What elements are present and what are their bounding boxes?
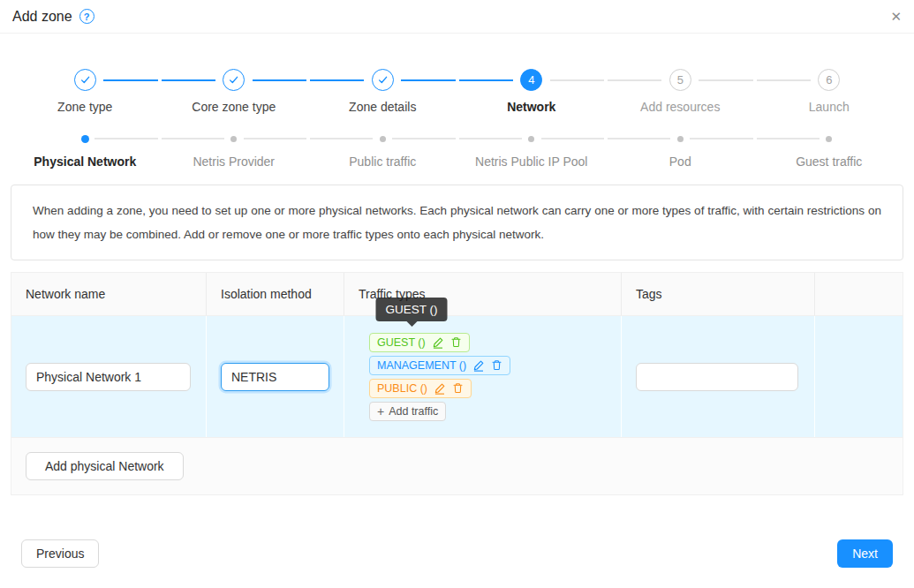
traffic-tag-label: MANAGEMENT (): [377, 359, 466, 372]
check-icon: [228, 74, 239, 86]
stepper-connector: [310, 79, 364, 81]
tooltip-text: GUEST (): [385, 303, 437, 316]
substep-label: Public traffic: [308, 155, 457, 169]
check-icon: [79, 74, 91, 86]
stepper-connector: [550, 79, 604, 81]
guest-tooltip: GUEST (): [375, 298, 447, 321]
step-network[interactable]: 4 Network: [457, 69, 607, 114]
substep-public-traffic: Public traffic: [308, 134, 457, 169]
traffic-tag-management: MANAGEMENT (): [369, 356, 510, 375]
substep-dot: [528, 136, 534, 142]
step-check-circle: [372, 69, 394, 91]
step-check-circle: [74, 69, 96, 91]
stepper-connector: [699, 79, 752, 81]
substep-label: Netris Public IP Pool: [457, 155, 607, 169]
substep-dot: [380, 136, 386, 142]
previous-button[interactable]: Previous: [21, 539, 99, 568]
tooltip-arrow: [406, 321, 417, 327]
step-number-circle: 4: [520, 69, 542, 91]
traffic-tag-public: PUBLIC (): [369, 379, 472, 398]
tags-input[interactable]: [636, 363, 798, 391]
substep-dot: [826, 136, 832, 142]
next-button[interactable]: Next: [837, 539, 893, 568]
step-label: Add resources: [606, 100, 755, 114]
plus-icon: +: [377, 405, 384, 418]
substep-pod: Pod: [606, 134, 755, 169]
isolation-method-input[interactable]: [221, 363, 329, 391]
column-header-network-name: Network name: [11, 273, 207, 315]
substep-label: Netris Provider: [160, 155, 309, 169]
column-header-isolation-method: Isolation method: [207, 273, 344, 315]
edit-icon[interactable]: [432, 336, 444, 349]
substep-dot: [81, 135, 89, 143]
check-icon: [377, 74, 389, 86]
step-label: Network: [457, 100, 607, 114]
main-stepper: Zone type Core zone type Zone details 4 …: [11, 69, 903, 114]
edit-icon[interactable]: [434, 382, 446, 395]
traffic-types-stack: GUEST () GUEST (): [369, 333, 510, 421]
substep-physical-network: Physical Network: [11, 134, 160, 169]
column-header-tags: Tags: [622, 273, 815, 315]
step-label: Launch: [755, 100, 904, 114]
delete-icon[interactable]: [491, 359, 502, 371]
network-name-input[interactable]: [26, 363, 191, 391]
cell-tags: [622, 316, 815, 437]
step-number-circle: 6: [818, 69, 840, 91]
cell-actions: [815, 316, 903, 437]
table-footer: Add physical Network: [11, 437, 903, 494]
substep-netris-public-ip-pool: Netris Public IP Pool: [457, 134, 607, 169]
step-zone-type[interactable]: Zone type: [11, 69, 160, 114]
step-core-zone-type[interactable]: Core zone type: [160, 69, 309, 114]
table-header-row: Network name Isolation method Traffic ty…: [11, 273, 903, 315]
substep-dot: [677, 136, 684, 142]
step-label: Zone details: [308, 100, 457, 114]
stepper-connector: [162, 79, 215, 81]
physical-networks-table: Network name Isolation method Traffic ty…: [11, 272, 903, 495]
delete-icon[interactable]: [450, 336, 462, 348]
column-header-actions: [815, 273, 903, 315]
cell-traffic-types: GUEST () GUEST (): [344, 316, 622, 437]
close-icon[interactable]: ✕: [890, 10, 902, 23]
substep-netris-provider: Netris Provider: [160, 134, 309, 169]
description-box: When adding a zone, you need to set up o…: [11, 185, 903, 260]
dialog-body: Zone type Core zone type Zone details 4 …: [0, 69, 914, 568]
network-sub-stepper: Physical Network Netris Provider Public …: [11, 134, 903, 169]
add-physical-network-button[interactable]: Add physical Network: [26, 452, 184, 480]
traffic-tag-guest: GUEST (): [369, 333, 470, 352]
dialog-title: Add zone: [12, 9, 72, 25]
substep-label: Pod: [606, 155, 755, 169]
substep-label: Guest traffic: [755, 155, 904, 169]
substep-guest-traffic: Guest traffic: [755, 134, 904, 169]
step-add-resources[interactable]: 5 Add resources: [606, 69, 755, 114]
stepper-connector: [401, 79, 455, 81]
substep-label: Physical Network: [11, 155, 160, 169]
step-zone-details[interactable]: Zone details: [308, 69, 457, 114]
stepper-connector: [757, 79, 811, 81]
step-check-circle: [223, 69, 245, 91]
step-label: Core zone type: [160, 100, 309, 114]
step-label: Zone type: [11, 100, 160, 114]
stepper-connector: [608, 79, 661, 81]
add-traffic-button[interactable]: + Add traffic: [369, 402, 446, 421]
delete-icon[interactable]: [452, 382, 464, 394]
cell-isolation-method: [207, 316, 344, 437]
traffic-tag-label: GUEST (): [377, 336, 426, 349]
help-icon[interactable]: ?: [79, 9, 94, 24]
substep-dot: [230, 136, 237, 142]
dialog-footer: Previous Next: [11, 539, 903, 568]
stepper-connector: [103, 79, 157, 81]
table-row: GUEST () GUEST (): [11, 315, 903, 437]
cell-network-name: [11, 316, 207, 437]
stepper-connector: [253, 79, 306, 81]
traffic-tag-label: PUBLIC (): [377, 382, 427, 395]
step-number-circle: 5: [669, 69, 691, 91]
step-launch[interactable]: 6 Launch: [755, 69, 904, 114]
dialog-header: Add zone ? ✕: [0, 0, 914, 34]
stepper-connector: [459, 79, 513, 81]
add-traffic-label: Add traffic: [389, 405, 438, 418]
edit-icon[interactable]: [472, 359, 485, 372]
